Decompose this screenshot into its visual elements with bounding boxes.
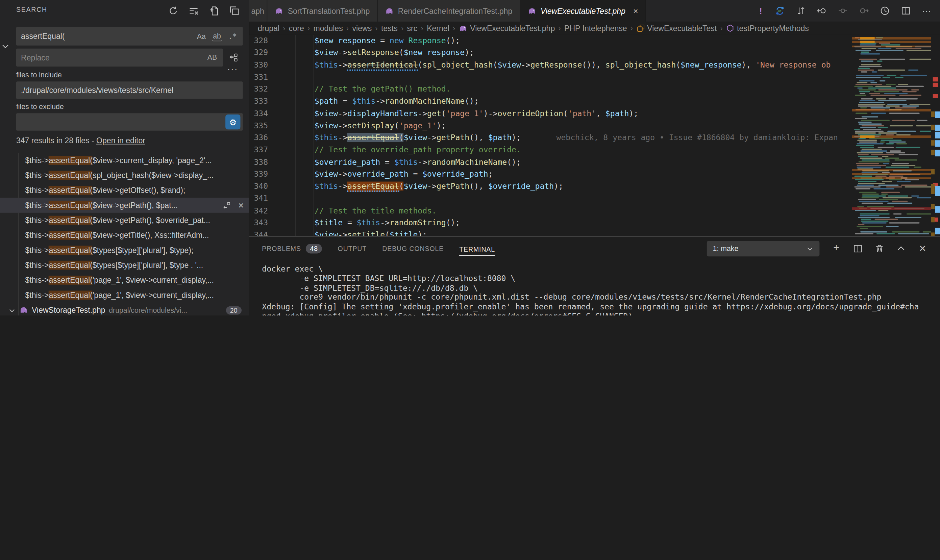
code-line[interactable]: 332 // Test the getPath() method. (249, 83, 852, 95)
regex-icon[interactable]: .* (227, 31, 238, 41)
terminal-line: core9 vendor/bin/phpunit -c core/phpunit… (262, 293, 938, 302)
replace-input[interactable]: Replace AB (16, 49, 223, 66)
error-lens-exclamation-icon[interactable]: ! (758, 6, 764, 15)
code-line[interactable]: 331 (249, 71, 852, 83)
code-line[interactable]: 335 $view->setDisplay('page_1'); (249, 120, 852, 132)
code-line[interactable]: 340 $this->assertEqual($view->getPath(),… (249, 180, 852, 192)
result-post-text: $types[$type]['plural'], $type . '... (92, 261, 203, 270)
code-line[interactable]: 333 $path = $this->randomMachineName(); (249, 95, 852, 108)
panel-tab-output[interactable]: OUTPUT (338, 245, 367, 254)
code-line[interactable]: 334 $view->displayHandlers->get('page_1'… (249, 108, 852, 120)
split-terminal-icon[interactable] (853, 244, 863, 253)
code-line[interactable]: 337 // Test the override_path property o… (249, 144, 852, 156)
code-text: $override_path = $this->randomMachineNam… (277, 156, 521, 168)
search-input[interactable]: assertEqual( Aa ab .* (16, 27, 243, 46)
code-line[interactable]: 330 $this->assertIdentical(spl_object_ha… (249, 59, 852, 71)
minimap-code-line (857, 152, 883, 154)
search-result-row[interactable]: $this->assertEqual($view->current_displa… (0, 153, 249, 168)
more-actions-icon[interactable]: ··· (922, 6, 932, 15)
php-file-icon (527, 6, 536, 15)
search-result-row[interactable]: $this->assertEqual($view->getPath(), $pa… (0, 198, 249, 212)
compare-changes-icon[interactable] (796, 6, 806, 15)
minimap-code-line (889, 113, 920, 114)
search-result-row[interactable]: $this->assertEqual($types[$type]['plural… (0, 243, 249, 258)
line-number: 338 (249, 156, 268, 168)
result-post-text: $view->current_display, 'page_2'... (92, 156, 212, 165)
replace-all-icon[interactable] (228, 53, 238, 62)
panel-tab-problems[interactable]: PROBLEMS48 (262, 244, 322, 255)
code-line[interactable]: 338 $override_path = $this->randomMachin… (249, 156, 852, 168)
code-line[interactable]: 344 $view->setTitle($title); (249, 229, 852, 236)
new-terminal-icon[interactable]: + (832, 244, 841, 253)
code-line[interactable]: 343 $title = $this->randomString(); (249, 217, 852, 229)
match-case-icon[interactable]: Aa (196, 31, 207, 41)
files-to-include-input[interactable]: ./drupal/core/modules/views/tests/src/Ke… (16, 82, 243, 98)
replace-match-icon[interactable] (222, 201, 231, 209)
panel-tab-terminal[interactable]: TERMINAL (459, 246, 495, 256)
kill-terminal-trash-icon[interactable] (875, 244, 884, 253)
editor-tab-sorttranslationtest-php[interactable]: SortTranslationTest.php (267, 0, 378, 22)
breadcrumb-item[interactable]: src (407, 24, 418, 33)
breadcrumb-item[interactable]: views (353, 24, 372, 33)
code-editor[interactable]: 328 $new_response = new Response();329 $… (249, 35, 940, 236)
breadcrumb-item[interactable]: PHP Intelephense (564, 24, 627, 33)
search-result-row[interactable]: $this->assertEqual(spl_object_hash($view… (0, 168, 249, 183)
search-result-row[interactable]: $this->assertEqual($view->getTitle(), Xs… (0, 228, 249, 243)
breadcrumb-item[interactable]: testPropertyMethods (726, 24, 809, 33)
overview-ruler[interactable] (931, 35, 940, 236)
files-to-exclude-input[interactable]: ⚙ (16, 113, 243, 130)
breadcrumb-item[interactable]: ViewExecutableTest (636, 24, 717, 33)
navigate-forward-icon[interactable] (859, 6, 868, 15)
overview-ruler-mark (933, 94, 938, 98)
minimap-code-line (860, 108, 867, 109)
minimap-code-line (885, 166, 909, 168)
search-result-row[interactable]: $this->assertEqual('page_1', $view->curr… (0, 288, 249, 303)
search-result-row[interactable]: $this->assertEqual($view->getPath(), $ov… (0, 213, 249, 228)
minimap-code-line (861, 197, 879, 198)
code-line[interactable]: 328 $new_response = new Response(); (249, 35, 852, 47)
dismiss-match-icon[interactable]: ✕ (238, 201, 244, 209)
tab-overflow-partial[interactable]: aph (249, 0, 267, 22)
open-in-editor-link[interactable]: Open in editor (96, 136, 145, 145)
file-group-row[interactable]: ViewStorageTest.phpdrupal/core/modules/v… (0, 303, 249, 315)
breadcrumb-item[interactable]: ViewExecutableTest.php (459, 24, 555, 33)
partial-diff-extension-icon[interactable]: diff (775, 6, 784, 15)
toggle-search-details-icon[interactable]: ··· (227, 63, 238, 74)
navigate-back-icon[interactable] (817, 6, 826, 15)
minimap-code-line (911, 195, 919, 197)
search-result-row[interactable]: $this->assertEqual($view->getOffset(), $… (0, 183, 249, 198)
terminal-output[interactable]: docker exec \ -e SIMPLETEST_BASE_URL=htt… (262, 264, 938, 315)
minimap-code-line (886, 226, 899, 227)
clear-search-results-icon[interactable] (189, 6, 198, 15)
maximize-panel-icon[interactable] (896, 244, 906, 253)
breadcrumb-item[interactable]: Kernel (427, 24, 449, 33)
close-tab-icon[interactable]: × (633, 6, 638, 15)
editor-tab-rendercacheintegrationtest-php[interactable]: RenderCacheIntegrationTest.php (378, 0, 520, 22)
breadcrumb-item[interactable]: core (289, 24, 304, 33)
refresh-icon[interactable] (169, 6, 178, 15)
collapse-all-icon[interactable] (230, 6, 239, 15)
panel-tab-debug-console[interactable]: DEBUG CONSOLE (382, 245, 444, 254)
minimap[interactable] (852, 35, 931, 236)
code-line[interactable]: 342 // Test the title methods. (249, 205, 852, 217)
code-line[interactable]: 341 (249, 192, 852, 205)
timeline-history-icon[interactable] (880, 6, 890, 15)
minimap-code-line (855, 95, 866, 96)
breadcrumb-item[interactable]: tests (381, 24, 398, 33)
split-editor-icon[interactable] (901, 6, 911, 15)
breadcrumb-item[interactable]: modules (314, 24, 343, 33)
editor-tab-viewexecutabletest-php[interactable]: ViewExecutableTest.php× (520, 0, 646, 22)
search-result-row[interactable]: $this->assertEqual($types[$type]['plural… (0, 258, 249, 272)
code-line[interactable]: 329 $view->setResponse($new_response); (249, 47, 852, 59)
exclude-settings-gear-icon[interactable]: ⚙ (225, 114, 240, 129)
code-line[interactable]: 336 $this->assertEqual($view->getPath(),… (249, 132, 852, 144)
preserve-case-icon[interactable]: AB (206, 53, 218, 62)
search-result-row[interactable]: $this->assertEqual('page_1', $view->curr… (0, 272, 249, 288)
toggle-replace-chevron-icon[interactable] (2, 42, 10, 50)
code-line[interactable]: 339 $view->override_path = $override_pat… (249, 168, 852, 180)
open-new-search-editor-icon[interactable] (209, 6, 219, 15)
close-panel-icon[interactable]: ✕ (918, 244, 927, 253)
whole-word-icon[interactable]: ab (212, 31, 222, 41)
breadcrumb-item[interactable]: drupal (258, 24, 279, 33)
terminal-select-dropdown[interactable]: 1: make (707, 241, 820, 256)
